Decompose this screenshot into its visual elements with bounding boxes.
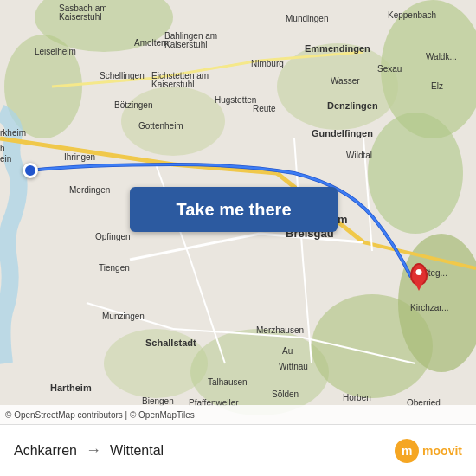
svg-line-15	[156, 61, 260, 78]
pin-dot	[416, 269, 422, 275]
footer-destination: Wittental	[110, 443, 164, 459]
destination-marker	[410, 263, 428, 286]
svg-line-17	[130, 234, 260, 260]
svg-line-18	[260, 234, 363, 242]
svg-point-9	[104, 329, 208, 398]
take-me-there-button[interactable]: Take me there	[130, 187, 338, 232]
svg-point-1	[368, 113, 463, 234]
moovit-logo: m moovit	[395, 439, 462, 463]
svg-point-6	[190, 329, 329, 415]
moovit-text: moovit	[422, 444, 462, 458]
origin-marker	[23, 163, 38, 178]
svg-point-4	[277, 43, 398, 130]
footer: Achkarren → Wittental m moovit	[0, 424, 476, 476]
pin-body	[410, 263, 428, 286]
footer-route: Achkarren → Wittental	[14, 441, 164, 460]
svg-line-19	[87, 303, 173, 329]
moovit-m-icon: m	[395, 439, 419, 463]
footer-origin: Achkarren	[14, 443, 77, 459]
footer-arrow-icon: →	[86, 441, 101, 460]
map-container: Sasbach am Kaiserstuhl Leiselheim Amolte…	[0, 0, 476, 424]
map-attribution: © OpenStreetMap contributors | © OpenMap…	[0, 405, 476, 424]
svg-point-3	[121, 87, 225, 156]
